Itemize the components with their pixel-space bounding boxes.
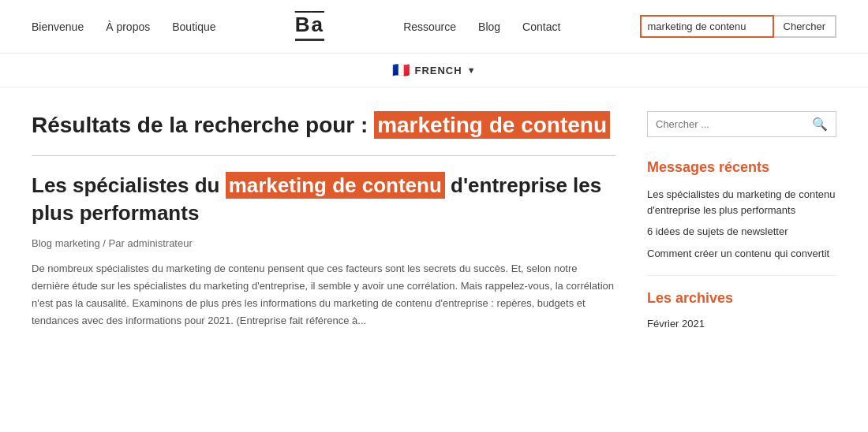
recent-post-2[interactable]: 6 idées de sujets de newsletter: [647, 224, 836, 240]
main-container: Résultats de la recherche pour : marketi…: [0, 88, 868, 358]
nav-left: Bienvenue À propos Boutique: [32, 20, 216, 33]
recent-post-3[interactable]: Comment créer un contenu qui convertit: [647, 246, 836, 262]
recent-posts-title: Messages récents: [647, 159, 836, 176]
nav-blog[interactable]: Blog: [478, 20, 500, 33]
article-title-prefix: Les spécialistes du: [32, 173, 226, 197]
archive-item-1: Février 2021: [647, 318, 836, 330]
site-header: Bienvenue À propos Boutique Ba Ressource…: [0, 0, 868, 54]
header-search-button[interactable]: Chercher: [774, 15, 836, 38]
title-divider: [32, 155, 615, 156]
search-results-title: Résultats de la recherche pour : marketi…: [32, 111, 615, 140]
language-bar: 🇫🇷 FRENCH ▼: [0, 54, 868, 88]
article-item: Les spécialistes du marketing de contenu…: [32, 172, 615, 330]
nav-contact[interactable]: Contact: [522, 20, 560, 33]
results-prefix: Résultats de la recherche pour :: [32, 113, 374, 137]
article-author: Par administrateur: [109, 237, 193, 249]
nav-apropos[interactable]: À propos: [106, 20, 150, 33]
nav-right: Ressource Blog Contact: [403, 20, 560, 33]
recent-post-1[interactable]: Les spécialistes du marketing de contenu…: [647, 187, 836, 218]
article-title-highlight: marketing de contenu: [226, 172, 445, 199]
nav-boutique[interactable]: Boutique: [172, 20, 215, 33]
article-meta: Blog marketing / Par administrateur: [32, 237, 615, 249]
results-query-highlight: marketing de contenu: [374, 111, 610, 139]
sidebar-search-input[interactable]: [648, 112, 804, 136]
article-excerpt: De nombreux spécialistes du marketing de…: [32, 260, 615, 330]
sidebar: 🔍 Messages récents Les spécialistes du m…: [647, 111, 836, 334]
nav-ressource[interactable]: Ressource: [403, 20, 456, 33]
nav-bienvenue[interactable]: Bienvenue: [32, 20, 84, 33]
content-area: Résultats de la recherche pour : marketi…: [32, 111, 615, 334]
header-search-input[interactable]: [640, 15, 774, 38]
language-label: FRENCH: [414, 65, 462, 76]
archives-title: Les archives: [647, 290, 836, 307]
language-dropdown-arrow[interactable]: ▼: [467, 65, 476, 75]
article-meta-separator: /: [100, 237, 109, 249]
sidebar-search-button[interactable]: 🔍: [804, 112, 836, 136]
article-title[interactable]: Les spécialistes du marketing de contenu…: [32, 172, 615, 227]
logo-text: Ba: [295, 13, 324, 36]
french-flag-icon: 🇫🇷: [392, 61, 410, 79]
sidebar-divider: [647, 275, 836, 276]
article-category[interactable]: Blog marketing: [32, 237, 100, 249]
sidebar-search-area: 🔍: [647, 111, 836, 137]
search-icon: 🔍: [812, 117, 828, 131]
site-logo[interactable]: Ba: [295, 13, 324, 41]
header-search-area: Chercher: [640, 15, 836, 38]
